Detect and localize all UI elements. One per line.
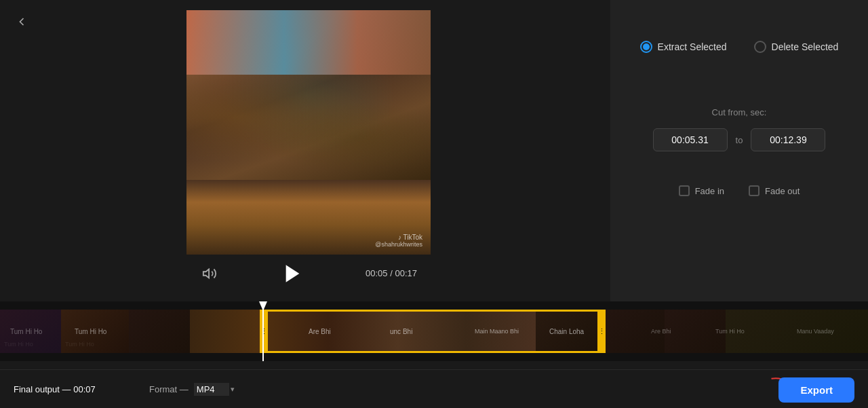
extract-selected-option[interactable]: Extract Selected bbox=[640, 41, 727, 53]
time-display: 00:05 / 00:17 bbox=[366, 268, 417, 278]
bottom-bar: Final output — 00:07 Format — MP4 MOV AV… bbox=[0, 369, 868, 408]
video-mid-section bbox=[186, 75, 431, 180]
timeline-right-handle[interactable]: ⋮ bbox=[597, 310, 606, 353]
timeline-segment-end bbox=[726, 310, 868, 353]
volume-button[interactable] bbox=[200, 264, 219, 283]
delete-selected-option[interactable]: Delete Selected bbox=[754, 41, 839, 53]
video-controls: 00:05 / 00:17 bbox=[186, 258, 431, 289]
delete-label: Delete Selected bbox=[772, 41, 839, 52]
format-select[interactable]: MP4 MOV AVI MKV bbox=[194, 383, 229, 396]
fade-in-checkbox[interactable] bbox=[679, 185, 690, 196]
cut-from-input[interactable] bbox=[653, 128, 728, 151]
fade-in-label: Fade in bbox=[695, 186, 724, 196]
extract-radio[interactable] bbox=[640, 41, 652, 53]
cut-to-input[interactable] bbox=[751, 128, 825, 151]
video-bot-section: ♪ TikTok @shahrukhwrites bbox=[186, 180, 431, 255]
format-section: Format — MP4 MOV AVI MKV ▾ bbox=[149, 383, 235, 396]
fade-out-checkbox[interactable] bbox=[749, 185, 760, 196]
option-row: Extract Selected Delete Selected bbox=[640, 41, 839, 53]
timeline[interactable]: Tum Hi Ho Tum Hi Ho bbox=[0, 301, 868, 361]
tiktok-watermark: ♪ TikTok @shahrukhwrites bbox=[375, 234, 422, 248]
play-button[interactable] bbox=[280, 261, 304, 286]
timeline-segment-2: Tum Hi Ho bbox=[61, 310, 129, 353]
timeline-left-handle[interactable]: ⋮ bbox=[260, 310, 268, 353]
timeline-segment-after-1 bbox=[536, 310, 597, 353]
to-label: to bbox=[736, 135, 743, 145]
extract-label: Extract Selected bbox=[658, 41, 727, 52]
cut-from-label: Cut from, sec: bbox=[712, 107, 767, 117]
fade-out-item[interactable]: Fade out bbox=[749, 185, 800, 196]
fade-out-label: Fade out bbox=[765, 186, 800, 196]
format-wrapper: MP4 MOV AVI MKV ▾ bbox=[194, 383, 235, 396]
video-preview: ♪ TikTok @shahrukhwrites bbox=[186, 10, 431, 255]
timeline-selected-region bbox=[190, 310, 536, 353]
timeline-segment-after-3 bbox=[665, 310, 726, 353]
timeline-segment-1: Tum Hi Ho bbox=[0, 310, 61, 353]
cut-from-row: to bbox=[653, 128, 826, 151]
video-top-section bbox=[186, 10, 431, 75]
back-button[interactable] bbox=[12, 12, 31, 31]
svg-marker-0 bbox=[203, 269, 209, 278]
final-output-display: Final output — 00:07 bbox=[14, 384, 149, 394]
timeline-segment-3 bbox=[129, 310, 190, 353]
format-arrow-icon: ▾ bbox=[231, 385, 235, 394]
export-button[interactable]: Export bbox=[778, 377, 854, 403]
radio-inner bbox=[643, 43, 650, 50]
delete-radio[interactable] bbox=[754, 41, 766, 53]
fade-in-item[interactable]: Fade in bbox=[679, 185, 724, 196]
right-panel: Extract Selected Delete Selected Cut fro… bbox=[610, 0, 868, 301]
timeline-segment-after-2 bbox=[597, 310, 665, 353]
fade-row: Fade in Fade out bbox=[679, 185, 800, 196]
svg-marker-1 bbox=[287, 266, 298, 280]
